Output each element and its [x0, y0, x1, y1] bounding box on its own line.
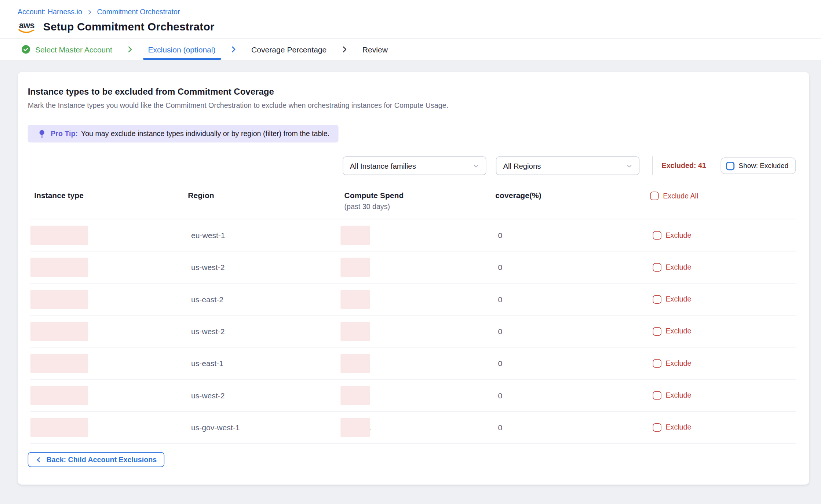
table-row: us-east-2 0 Exclude — [30, 284, 796, 315]
show-excluded-toggle[interactable]: Show: Excluded — [720, 157, 796, 174]
coverage-value: 0 — [498, 327, 503, 335]
table-header-row: Instance type Region Compute Spend (past… — [30, 190, 796, 219]
title-row: aws Setup Commitment Orchestrator — [18, 20, 821, 38]
exclude-checkbox[interactable] — [653, 423, 661, 431]
page: Account: Harness.io Commitment Orchestra… — [0, 0, 821, 504]
chevron-right-icon — [340, 39, 349, 60]
instance-exclusion-table: Instance type Region Compute Spend (past… — [30, 190, 796, 443]
breadcrumb-chevron-icon — [86, 9, 92, 15]
aws-smile-arc — [18, 29, 35, 34]
step-review[interactable]: Review — [362, 39, 388, 60]
col-header-compute-spend: Compute Spend (past 30 days) — [340, 191, 495, 219]
back-button-label: Back: Child Account Exclusions — [47, 456, 157, 464]
back-button[interactable]: Back: Child Account Exclusions — [28, 452, 164, 467]
chevron-left-icon — [35, 456, 42, 463]
panel-title: Instance types to be excluded from Commi… — [28, 87, 796, 97]
exclude-all-label: Exclude All — [663, 192, 698, 200]
exclusion-panel: Instance types to be excluded from Commi… — [18, 72, 809, 485]
instance-families-select[interactable]: All Instance families — [343, 156, 486, 175]
content-area: Instance types to be excluded from Commi… — [0, 60, 821, 485]
exclude-label: Exclude — [666, 359, 692, 367]
col-header-exclude-all: Exclude All — [650, 191, 796, 219]
redacted-instance-type — [30, 258, 88, 277]
col-header-region: Region — [188, 191, 340, 219]
redacted-instance-type — [30, 322, 88, 341]
pro-tip-label: Pro Tip: — [51, 130, 78, 138]
exclude-checkbox[interactable] — [653, 295, 661, 303]
table-row: us-west-2 0 Exclude — [30, 251, 796, 283]
vertical-divider — [653, 156, 653, 175]
compute-spend-title: Compute Spend — [344, 191, 496, 200]
exclude-label: Exclude — [666, 327, 692, 335]
exclude-all-checkbox[interactable] — [650, 191, 658, 200]
exclude-label: Exclude — [666, 263, 692, 271]
pro-tip-text: You may exclude instance types individua… — [81, 130, 329, 138]
table-row: us-west-2 0 Exclude — [30, 315, 796, 347]
wizard-stepper: Select Master Account Exclusion (optiona… — [0, 39, 821, 61]
region-value: us-east-2 — [191, 295, 223, 303]
breadcrumb-page-link[interactable]: Commitment Orchestrator — [97, 8, 180, 16]
page-header: Account: Harness.io Commitment Orchestra… — [0, 0, 821, 39]
redacted-compute-spend — [340, 322, 370, 341]
coverage-value: 0 — [498, 391, 503, 399]
filters-row: All Instance families All Regions Exclud… — [28, 156, 796, 175]
step-label: Review — [362, 45, 388, 54]
redacted-compute-spend — [340, 418, 370, 437]
redacted-instance-type — [30, 386, 88, 405]
redacted-instance-type — [30, 226, 88, 245]
step-exclusion-optional[interactable]: Exclusion (optional) — [148, 39, 215, 60]
region-value: us-east-1 — [191, 359, 223, 368]
col-header-coverage: coverage(%) — [495, 191, 650, 219]
pro-tip-banner: Pro Tip: You may exclude instance types … — [28, 125, 339, 142]
exclude-label: Exclude — [666, 423, 692, 431]
exclude-checkbox[interactable] — [653, 327, 661, 335]
exclude-label: Exclude — [666, 231, 692, 239]
redacted-compute-spend — [340, 258, 370, 277]
page-title: Setup Commitment Orchestrator — [43, 20, 215, 33]
breadcrumb: Account: Harness.io Commitment Orchestra… — [18, 8, 821, 16]
show-excluded-checkbox[interactable] — [726, 161, 734, 170]
exclude-checkbox[interactable] — [653, 391, 661, 399]
breadcrumb-account-link[interactable]: Account: Harness.io — [18, 8, 82, 16]
region-value: us-west-2 — [191, 391, 225, 399]
region-value: eu-west-1 — [191, 231, 225, 239]
redacted-instance-type — [30, 354, 88, 373]
step-label: Coverage Percentage — [251, 45, 326, 54]
compute-spend-subtitle: (past 30 days) — [344, 203, 496, 211]
chevron-right-icon — [126, 39, 134, 60]
region-value: us-west-2 — [191, 327, 225, 335]
table-row: us-east-1 0 Exclude — [30, 347, 796, 379]
excluded-count-badge: Excluded: 41 — [662, 162, 706, 170]
exclude-label: Exclude — [666, 295, 692, 303]
exclude-checkbox[interactable] — [653, 359, 661, 368]
step-coverage-percentage[interactable]: Coverage Percentage — [251, 39, 326, 60]
regions-select[interactable]: All Regions — [496, 156, 639, 175]
coverage-value: 0 — [498, 423, 503, 431]
redacted-instance-type — [30, 289, 88, 308]
lightbulb-icon — [37, 129, 47, 138]
region-value: us-west-2 — [191, 263, 225, 271]
redacted-compute-spend — [340, 226, 370, 245]
show-excluded-label: Show: Excluded — [739, 162, 789, 170]
chevron-right-icon — [229, 39, 237, 60]
coverage-value: 0 — [498, 231, 503, 239]
region-value: us-gov-west-1 — [191, 423, 240, 431]
table-row: eu-west-1 0 Exclude — [30, 219, 796, 251]
redacted-compute-spend — [340, 354, 370, 373]
step-label: Exclusion (optional) — [148, 45, 215, 54]
col-header-instance-type: Instance type — [30, 191, 188, 219]
redaction-artifact: . — [370, 424, 371, 430]
aws-logo-icon: aws — [18, 22, 36, 34]
exclude-checkbox[interactable] — [653, 231, 661, 239]
exclude-label: Exclude — [666, 391, 692, 399]
table-row: us-west-2 0 Exclude — [30, 380, 796, 412]
step-select-master-account[interactable]: Select Master Account — [21, 39, 112, 60]
step-label: Select Master Account — [35, 45, 112, 54]
aws-logo-text: aws — [19, 22, 34, 29]
coverage-value: 0 — [498, 295, 503, 303]
instance-families-value: All Instance families — [350, 161, 416, 170]
table-row: us-gov-west-1 . 0 Exclude — [30, 412, 796, 443]
check-circle-icon — [21, 45, 30, 54]
exclude-checkbox[interactable] — [653, 263, 661, 271]
coverage-value: 0 — [498, 263, 503, 271]
